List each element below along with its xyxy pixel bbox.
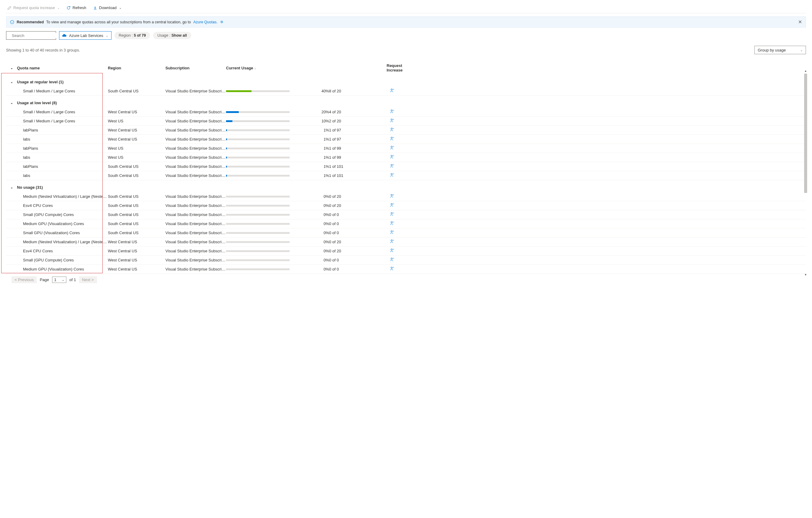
group-header[interactable]: ⌄Usage at low level (8): [6, 96, 806, 108]
usage-filter[interactable]: Usage : Show all: [153, 32, 191, 39]
request-increase-button[interactable]: [386, 136, 417, 142]
provider-select[interactable]: Azure Lab Services ⌄: [59, 31, 112, 40]
table-row[interactable]: labPlansSouth Central USVisual Studio En…: [6, 162, 806, 171]
region-cell: South Central US: [108, 212, 166, 217]
group-header[interactable]: ⌄Usage at regular level (1): [6, 75, 806, 87]
request-increase-button[interactable]: [386, 118, 417, 124]
chevron-down-icon: ⌄: [119, 6, 121, 9]
quota-name-cell: labs: [17, 155, 108, 160]
search-field[interactable]: [11, 33, 63, 38]
close-info-button[interactable]: ✕: [798, 19, 802, 25]
usage-percent: 1%: [317, 155, 329, 160]
request-increase-button[interactable]: [386, 266, 417, 272]
request-increase-button[interactable]: [386, 239, 417, 245]
quota-name-cell: Small (GPU Compute) Cores: [17, 212, 108, 217]
request-increase-button[interactable]: [386, 164, 417, 169]
header-usage[interactable]: Current Usage↓: [226, 66, 317, 70]
request-increase-button[interactable]: [386, 127, 417, 133]
header-region[interactable]: Region: [108, 66, 166, 70]
usage-percent: 40%: [317, 89, 329, 93]
usage-count: 0 of 20: [329, 249, 386, 253]
table-row[interactable]: labPlansWest Central USVisual Studio Ent…: [6, 126, 806, 135]
usage-bar: [226, 166, 317, 168]
usage-percent: 0%: [317, 267, 329, 271]
scroll-down-button[interactable]: ▼: [804, 273, 807, 277]
request-increase-button[interactable]: [386, 173, 417, 178]
request-increase-button[interactable]: [386, 109, 417, 115]
usage-filter-value: Show all: [172, 33, 187, 37]
usage-percent: 0%: [317, 195, 329, 199]
usage-percent: 0%: [317, 258, 329, 262]
table-row[interactable]: Esv4 CPU CoresSouth Central USVisual Stu…: [6, 201, 806, 210]
table-row[interactable]: labPlansWest USVisual Studio Enterprise …: [6, 144, 806, 153]
scroll-up-button[interactable]: ▲: [804, 69, 807, 73]
table-row[interactable]: Medium (Nested Virtualization) / Large (…: [6, 192, 806, 201]
table-row[interactable]: Medium GPU (Visualization) CoresWest Cen…: [6, 265, 806, 274]
region-cell: West Central US: [108, 128, 166, 133]
next-page-button[interactable]: Next >: [79, 276, 97, 283]
region-cell: West Central US: [108, 110, 166, 114]
usage-count: 0 of 0: [329, 212, 386, 217]
request-increase-button[interactable]: [386, 257, 417, 263]
request-increase-button[interactable]: [386, 88, 417, 94]
table-row[interactable]: labsWest USVisual Studio Enterprise Subs…: [6, 153, 806, 162]
region-cell: West US: [108, 146, 166, 150]
request-increase-button[interactable]: [386, 248, 417, 254]
usage-bar: [226, 250, 317, 252]
scroll-thumb[interactable]: [804, 74, 807, 193]
region-cell: West Central US: [108, 267, 166, 271]
group-header[interactable]: ⌄No usage (31): [6, 180, 806, 192]
region-filter[interactable]: Region : 5 of 79: [115, 32, 150, 39]
table-row[interactable]: Small GPU (Visualization) CoresSouth Cen…: [6, 228, 806, 237]
svg-point-13: [391, 212, 393, 214]
usage-count: 0 of 0: [329, 267, 386, 271]
header-quota-name[interactable]: Quota name: [17, 66, 108, 70]
pagination: < Previous Page 1 ⌄ of 1 Next >: [6, 274, 806, 284]
region-cell: West Central US: [108, 240, 166, 244]
table-row[interactable]: Small (GPU Compute) CoresSouth Central U…: [6, 210, 806, 219]
search-input[interactable]: [6, 31, 56, 40]
region-cell: South Central US: [108, 231, 166, 235]
page-select[interactable]: 1 ⌄: [52, 277, 66, 283]
group-by-select[interactable]: Group by usage ⌄: [754, 46, 806, 54]
collapse-all-toggle[interactable]: ⌄: [6, 66, 17, 70]
download-button[interactable]: Download ⌄: [93, 5, 121, 10]
subscription-cell: Visual Studio Enterprise Subscri…: [166, 128, 226, 133]
subscription-cell: Visual Studio Enterprise Subscri…: [166, 110, 226, 114]
request-increase-button[interactable]: [386, 145, 417, 151]
page-label: Page: [40, 278, 49, 282]
table-row[interactable]: Small / Medium / Large CoresWest USVisua…: [6, 117, 806, 126]
request-increase-button[interactable]: [386, 203, 417, 208]
table-row[interactable]: Medium (Nested Virtualization) / Large (…: [6, 237, 806, 247]
refresh-button[interactable]: Refresh: [66, 5, 86, 10]
request-increase-button[interactable]: [386, 154, 417, 160]
svg-point-16: [391, 240, 393, 241]
region-cell: West US: [108, 119, 166, 123]
table-row[interactable]: Esv4 CPU CoresWest Central USVisual Stud…: [6, 247, 806, 256]
request-increase-button[interactable]: [386, 230, 417, 236]
table-row[interactable]: Medium GPU (Visualization) CoresSouth Ce…: [6, 219, 806, 228]
azure-quotas-link[interactable]: Azure Quotas.: [193, 20, 218, 24]
table-row[interactable]: labsWest Central USVisual Studio Enterpr…: [6, 135, 806, 144]
sort-desc-icon: ↓: [255, 67, 256, 70]
header-request-increase[interactable]: Request Increase: [386, 63, 417, 73]
quota-name-cell: labs: [17, 173, 108, 178]
previous-page-button[interactable]: < Previous: [11, 276, 37, 283]
table-row[interactable]: Small / Medium / Large CoresWest Central…: [6, 108, 806, 117]
group-title: Usage at regular level (1): [17, 80, 806, 84]
usage-count: 8 of 20: [329, 89, 386, 93]
usage-percent: 0%: [317, 231, 329, 235]
request-quota-increase-button[interactable]: Request quota increase ⌄: [7, 5, 60, 10]
request-increase-button[interactable]: [386, 212, 417, 218]
table-row[interactable]: Small / Medium / Large CoresSouth Centra…: [6, 87, 806, 96]
request-increase-button[interactable]: [386, 194, 417, 199]
quota-name-cell: labPlans: [17, 146, 108, 150]
header-subscription[interactable]: Subscription: [166, 66, 226, 70]
region-cell: South Central US: [108, 203, 166, 208]
usage-percent: 20%: [317, 110, 329, 114]
table-row[interactable]: labsSouth Central USVisual Studio Enterp…: [6, 171, 806, 180]
usage-bar: [226, 223, 317, 225]
scrollbar[interactable]: ▲ ▼: [804, 74, 808, 272]
request-increase-button[interactable]: [386, 221, 417, 227]
table-row[interactable]: Small (GPU Compute) CoresWest Central US…: [6, 256, 806, 265]
